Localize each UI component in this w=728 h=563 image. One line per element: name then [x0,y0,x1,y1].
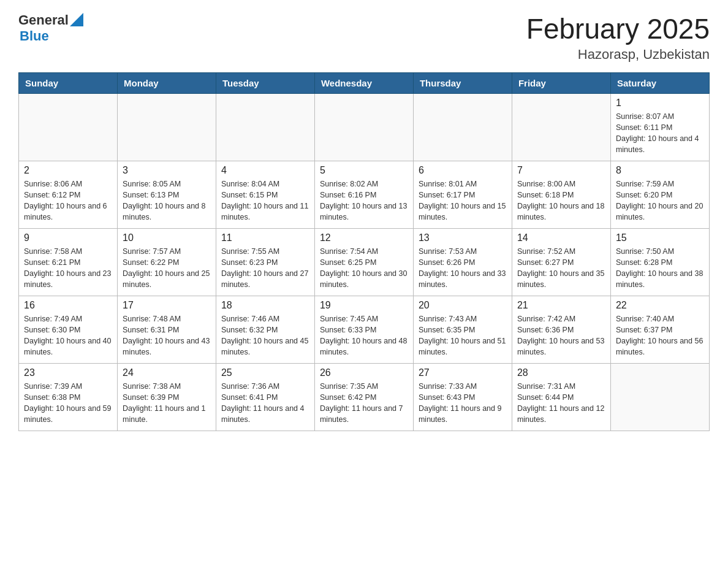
day-info: Sunrise: 7:43 AMSunset: 6:35 PMDaylight:… [419,313,507,358]
logo-blue-text: Blue [20,28,49,44]
day-number: 15 [616,232,704,243]
page-header: General Blue February 2025 Hazorasp, Uzb… [18,12,710,63]
day-number: 8 [616,165,704,176]
weekday-header-saturday: Saturday [610,73,709,94]
day-info: Sunrise: 7:42 AMSunset: 6:36 PMDaylight:… [517,313,605,358]
calendar-cell: 21Sunrise: 7:42 AMSunset: 6:36 PMDayligh… [512,296,610,364]
day-info: Sunrise: 7:45 AMSunset: 6:33 PMDaylight:… [320,313,408,358]
day-info: Sunrise: 7:57 AMSunset: 6:22 PMDaylight:… [123,246,211,291]
day-number: 17 [123,300,211,311]
day-number: 14 [517,232,605,243]
calendar-cell: 28Sunrise: 7:31 AMSunset: 6:44 PMDayligh… [512,364,610,431]
calendar-cell [117,94,216,161]
calendar-cell: 8Sunrise: 7:59 AMSunset: 6:20 PMDaylight… [610,161,709,229]
calendar-cell: 6Sunrise: 8:01 AMSunset: 6:17 PMDaylight… [413,161,512,229]
calendar-cell: 3Sunrise: 8:05 AMSunset: 6:13 PMDaylight… [117,161,216,229]
calendar-week-row: 23Sunrise: 7:39 AMSunset: 6:38 PMDayligh… [19,364,710,431]
day-number: 24 [123,367,211,378]
calendar-cell [314,94,413,161]
day-number: 9 [24,232,112,243]
day-number: 6 [419,165,507,176]
calendar-cell: 22Sunrise: 7:40 AMSunset: 6:37 PMDayligh… [610,296,709,364]
day-info: Sunrise: 8:05 AMSunset: 6:13 PMDaylight:… [123,178,211,223]
day-info: Sunrise: 8:04 AMSunset: 6:15 PMDaylight:… [221,178,309,223]
day-info: Sunrise: 7:49 AMSunset: 6:30 PMDaylight:… [24,313,112,358]
calendar-cell: 24Sunrise: 7:38 AMSunset: 6:39 PMDayligh… [117,364,216,431]
calendar-header-row: SundayMondayTuesdayWednesdayThursdayFrid… [19,73,710,94]
day-number: 22 [616,300,704,311]
calendar-cell: 16Sunrise: 7:49 AMSunset: 6:30 PMDayligh… [19,296,118,364]
calendar-cell: 9Sunrise: 7:58 AMSunset: 6:21 PMDaylight… [19,229,118,296]
calendar-week-row: 16Sunrise: 7:49 AMSunset: 6:30 PMDayligh… [19,296,710,364]
calendar-cell: 15Sunrise: 7:50 AMSunset: 6:28 PMDayligh… [610,229,709,296]
day-number: 4 [221,165,309,176]
calendar-cell: 23Sunrise: 7:39 AMSunset: 6:38 PMDayligh… [19,364,118,431]
day-number: 10 [123,232,211,243]
day-number: 28 [517,367,605,378]
weekday-header-thursday: Thursday [413,73,512,94]
calendar-cell: 18Sunrise: 7:46 AMSunset: 6:32 PMDayligh… [216,296,314,364]
day-info: Sunrise: 7:46 AMSunset: 6:32 PMDaylight:… [221,313,309,358]
day-info: Sunrise: 7:33 AMSunset: 6:43 PMDaylight:… [419,381,507,426]
day-info: Sunrise: 7:40 AMSunset: 6:37 PMDaylight:… [616,313,704,358]
svg-marker-0 [70,13,83,26]
day-info: Sunrise: 7:53 AMSunset: 6:26 PMDaylight:… [419,246,507,291]
calendar-cell: 26Sunrise: 7:35 AMSunset: 6:42 PMDayligh… [314,364,413,431]
day-number: 1 [616,98,704,109]
day-number: 16 [24,300,112,311]
calendar-cell [216,94,314,161]
calendar-cell: 13Sunrise: 7:53 AMSunset: 6:26 PMDayligh… [413,229,512,296]
title-block: February 2025 Hazorasp, Uzbekistan [526,12,710,63]
day-info: Sunrise: 8:02 AMSunset: 6:16 PMDaylight:… [320,178,408,223]
day-info: Sunrise: 7:55 AMSunset: 6:23 PMDaylight:… [221,246,309,291]
calendar-cell: 11Sunrise: 7:55 AMSunset: 6:23 PMDayligh… [216,229,314,296]
calendar-cell: 1Sunrise: 8:07 AMSunset: 6:11 PMDaylight… [610,94,709,161]
day-number: 21 [517,300,605,311]
calendar-cell: 27Sunrise: 7:33 AMSunset: 6:43 PMDayligh… [413,364,512,431]
day-number: 23 [24,367,112,378]
calendar-cell: 14Sunrise: 7:52 AMSunset: 6:27 PMDayligh… [512,229,610,296]
month-title: February 2025 [526,12,710,45]
day-number: 7 [517,165,605,176]
calendar-cell [413,94,512,161]
location-title: Hazorasp, Uzbekistan [526,47,710,63]
day-info: Sunrise: 7:50 AMSunset: 6:28 PMDaylight:… [616,246,704,291]
day-info: Sunrise: 7:54 AMSunset: 6:25 PMDaylight:… [320,246,408,291]
calendar-cell [610,364,709,431]
weekday-header-tuesday: Tuesday [216,73,314,94]
day-info: Sunrise: 7:59 AMSunset: 6:20 PMDaylight:… [616,178,704,223]
calendar-week-row: 9Sunrise: 7:58 AMSunset: 6:21 PMDaylight… [19,229,710,296]
calendar-cell [512,94,610,161]
day-info: Sunrise: 7:35 AMSunset: 6:42 PMDaylight:… [320,381,408,426]
day-number: 20 [419,300,507,311]
calendar-cell: 17Sunrise: 7:48 AMSunset: 6:31 PMDayligh… [117,296,216,364]
day-number: 12 [320,232,408,243]
calendar-cell: 19Sunrise: 7:45 AMSunset: 6:33 PMDayligh… [314,296,413,364]
logo-triangle-icon [70,13,83,26]
day-number: 26 [320,367,408,378]
day-info: Sunrise: 7:36 AMSunset: 6:41 PMDaylight:… [221,381,309,426]
weekday-header-wednesday: Wednesday [314,73,413,94]
day-info: Sunrise: 7:31 AMSunset: 6:44 PMDaylight:… [517,381,605,426]
calendar-cell: 4Sunrise: 8:04 AMSunset: 6:15 PMDaylight… [216,161,314,229]
calendar-cell: 10Sunrise: 7:57 AMSunset: 6:22 PMDayligh… [117,229,216,296]
weekday-header-sunday: Sunday [19,73,118,94]
day-number: 19 [320,300,408,311]
calendar-cell: 25Sunrise: 7:36 AMSunset: 6:41 PMDayligh… [216,364,314,431]
day-info: Sunrise: 8:01 AMSunset: 6:17 PMDaylight:… [419,178,507,223]
calendar-week-row: 2Sunrise: 8:06 AMSunset: 6:12 PMDaylight… [19,161,710,229]
day-number: 18 [221,300,309,311]
day-number: 27 [419,367,507,378]
day-info: Sunrise: 8:07 AMSunset: 6:11 PMDaylight:… [616,111,704,156]
day-number: 5 [320,165,408,176]
logo-general-text: General [18,12,69,28]
day-info: Sunrise: 7:52 AMSunset: 6:27 PMDaylight:… [517,246,605,291]
day-number: 11 [221,232,309,243]
day-info: Sunrise: 7:48 AMSunset: 6:31 PMDaylight:… [123,313,211,358]
day-number: 3 [123,165,211,176]
calendar-cell: 5Sunrise: 8:02 AMSunset: 6:16 PMDaylight… [314,161,413,229]
calendar-cell: 2Sunrise: 8:06 AMSunset: 6:12 PMDaylight… [19,161,118,229]
calendar-cell: 12Sunrise: 7:54 AMSunset: 6:25 PMDayligh… [314,229,413,296]
calendar-cell: 20Sunrise: 7:43 AMSunset: 6:35 PMDayligh… [413,296,512,364]
weekday-header-friday: Friday [512,73,610,94]
